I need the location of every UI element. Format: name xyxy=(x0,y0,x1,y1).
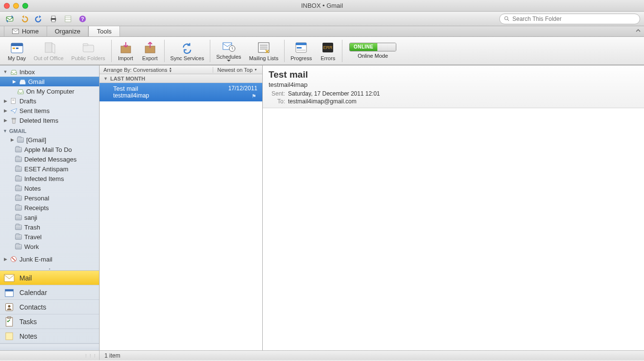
message-row[interactable]: Test mail testmail4imap 17/12/2011 ⚑ xyxy=(100,83,262,101)
svg-rect-3 xyxy=(51,19,55,22)
window-controls xyxy=(4,3,28,9)
send-receive-button[interactable] xyxy=(4,14,16,24)
tab-home-label: Home xyxy=(22,28,39,35)
import-label: Import xyxy=(118,55,133,61)
sidebar-folder-receipts[interactable]: Receipts xyxy=(0,203,99,213)
public-folders-button[interactable]: Public Folders xyxy=(68,37,109,65)
sidebar-section-gmail[interactable]: ▼ GMAIL xyxy=(0,125,99,135)
tab-home[interactable]: Home xyxy=(4,26,47,36)
collapse-ribbon-button[interactable] xyxy=(635,28,641,34)
folder-icon xyxy=(15,146,22,153)
sidebar-item-sent[interactable]: ▶ Sent Items xyxy=(0,106,99,115)
sidebar-folder--gmail-[interactable]: ▶[Gmail] xyxy=(0,135,99,145)
sidebar-item-junk[interactable]: ▶ Junk E-mail xyxy=(0,254,99,264)
out-of-office-button[interactable]: Out of Office xyxy=(30,37,68,65)
sidebar-item-deleted[interactable]: ▶ Deleted Items xyxy=(0,115,99,125)
list-view-button[interactable] xyxy=(62,14,74,24)
send-receive-icon xyxy=(5,15,14,23)
svg-rect-45 xyxy=(8,316,11,318)
print-button[interactable] xyxy=(48,14,59,24)
print-icon xyxy=(49,15,58,23)
window-title: INBOX • Gmail xyxy=(0,2,644,9)
sort-button[interactable]: Newest on Top ▼ xyxy=(213,67,262,73)
folder-label: Work xyxy=(24,243,39,250)
svg-rect-11 xyxy=(13,29,19,33)
door-icon xyxy=(41,41,56,54)
arrange-label: Arrange By: xyxy=(103,67,132,73)
ribbon-separator xyxy=(111,40,112,62)
sidebar-folder-infected-items[interactable]: Infected Items xyxy=(0,174,99,183)
flag-icon[interactable]: ⚑ xyxy=(252,93,256,99)
tab-tools[interactable]: Tools xyxy=(88,26,119,36)
sidebar-folder-deleted-messages[interactable]: Deleted Messages xyxy=(0,154,99,164)
nav-contacts-label: Contacts xyxy=(19,303,46,311)
nav-contacts[interactable]: Contacts xyxy=(0,300,99,314)
tab-tools-label: Tools xyxy=(97,28,111,35)
sidebar-folder-eset-antispam[interactable]: ESET Antispam xyxy=(0,164,99,174)
arrange-value: Conversations xyxy=(133,67,167,73)
sidebar-account-computer[interactable]: On My Computer xyxy=(0,86,99,96)
quick-toolbar: ? xyxy=(0,12,644,26)
folder-icon xyxy=(15,233,22,241)
sidebar-folder-travel[interactable]: Travel xyxy=(0,232,99,242)
import-button[interactable]: Import xyxy=(114,37,138,65)
junk-icon xyxy=(10,255,17,263)
nav-calendar[interactable]: Calendar xyxy=(0,285,99,300)
sidebar-folder-trash[interactable]: Trash xyxy=(0,222,99,232)
svg-rect-17 xyxy=(83,45,94,52)
nav-mail[interactable]: Mail xyxy=(0,271,99,285)
message-header: Test mail testmail4imap Sent: Saturday, … xyxy=(263,66,644,108)
sync-services-button[interactable]: Sync Services xyxy=(167,37,208,65)
sidebar-folder-apple-mail-to-do[interactable]: Apple Mail To Do xyxy=(0,145,99,154)
my-day-button[interactable]: My Day xyxy=(4,37,30,65)
out-of-office-label: Out of Office xyxy=(34,55,64,61)
sidebar-folder-personal[interactable]: Personal xyxy=(0,193,99,203)
sidebar-item-inbox[interactable]: ▼ Inbox xyxy=(0,67,99,77)
progress-button[interactable]: Progress xyxy=(287,37,316,65)
sidebar-folder-sanji[interactable]: sanji xyxy=(0,213,99,222)
minimize-window-button[interactable] xyxy=(13,3,19,9)
export-button[interactable]: Export xyxy=(138,37,162,65)
sidebar-account-gmail[interactable]: ▶ Gmail xyxy=(0,77,99,86)
mailing-list-icon xyxy=(257,41,271,54)
arrange-by-button[interactable]: Arrange By: Conversations ▲▼ xyxy=(100,67,213,73)
sidebar-folder-work[interactable]: Work xyxy=(0,242,99,251)
svg-rect-28 xyxy=(296,43,306,45)
folder-icon xyxy=(15,175,22,182)
progress-label: Progress xyxy=(290,55,312,61)
online-mode-button[interactable]: ONLINE Online Mode xyxy=(349,43,396,59)
sent-icon xyxy=(10,107,17,115)
svg-rect-29 xyxy=(297,47,302,49)
folder-icon xyxy=(15,204,22,212)
nav-resizer[interactable] xyxy=(0,344,99,350)
nav-notes[interactable]: Notes xyxy=(0,329,99,344)
folder-icon xyxy=(15,223,22,231)
errors-button[interactable]: ERR Errors xyxy=(316,37,340,65)
redo-button[interactable] xyxy=(33,14,45,24)
sidebar-folder-notes[interactable]: Notes xyxy=(0,183,99,193)
help-button[interactable]: ? xyxy=(77,14,88,24)
folder-icon xyxy=(15,213,22,221)
schedules-button[interactable]: Schedules xyxy=(212,37,245,65)
close-window-button[interactable] xyxy=(4,3,10,9)
mailing-lists-label: Mailing Lists xyxy=(249,55,279,61)
deleted-label: Deleted Items xyxy=(19,117,58,124)
to-value: testmail4imap@gmail.com xyxy=(288,98,356,105)
search-input[interactable] xyxy=(512,16,636,22)
sidebar-item-drafts[interactable]: ▶ Drafts xyxy=(0,96,99,106)
tab-organize[interactable]: Organize xyxy=(47,26,89,36)
ribbon-separator xyxy=(164,40,165,62)
nav-tasks[interactable]: Tasks xyxy=(0,314,99,329)
public-folder-icon xyxy=(81,41,96,54)
svg-rect-33 xyxy=(11,98,15,103)
sync-icon xyxy=(180,41,194,54)
folder-label: Personal xyxy=(24,195,49,202)
mailing-lists-button[interactable]: Mailing Lists xyxy=(245,37,283,65)
zoom-window-button[interactable] xyxy=(22,3,28,9)
search-field[interactable] xyxy=(499,14,640,24)
folder-label: Apple Mail To Do xyxy=(24,146,72,153)
group-header[interactable]: ▼ LAST MONTH xyxy=(100,74,262,83)
undo-button[interactable] xyxy=(18,14,30,24)
sidebar-grip[interactable]: ⋮⋮⋮ xyxy=(0,351,100,360)
svg-text:ERR: ERR xyxy=(323,45,333,50)
